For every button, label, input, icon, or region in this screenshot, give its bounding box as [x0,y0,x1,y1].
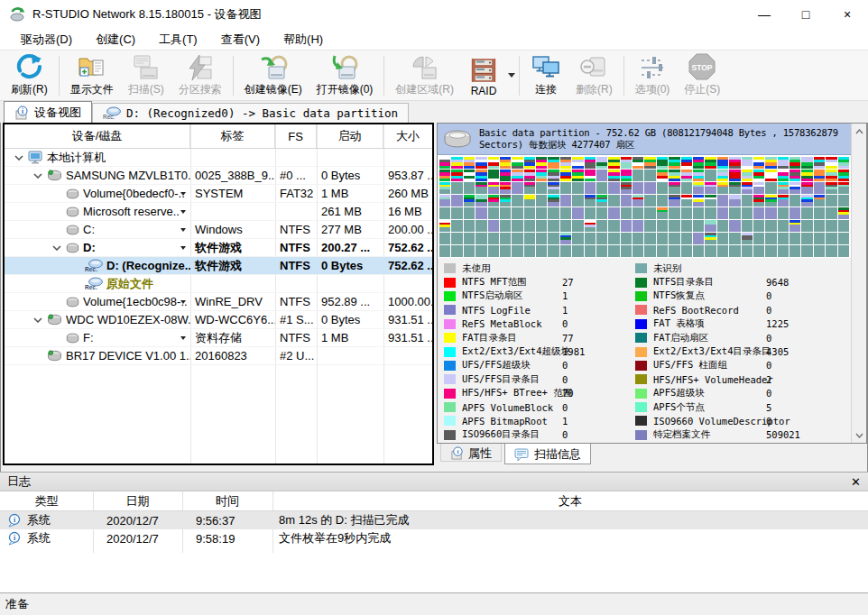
legend-label: NTFS启动扇区 [462,289,522,302]
menu-help[interactable]: 帮助(H) [272,32,335,48]
table-row[interactable]: C:WindowsNTFS277 MB200.00 ... [5,221,432,239]
table-row[interactable]: Volume{0bedecf0-..SYSTEMFAT321 MB260 MB [5,185,432,203]
scroll-down-icon[interactable] [852,427,866,443]
log-header-time[interactable]: 时间 [182,491,272,511]
table-cell: 1000.00... [383,293,432,311]
raid-dropdown-arrow-icon[interactable] [508,73,515,78]
table-row[interactable]: F:资料存储NTFS1 MB931.51 ... [5,329,432,347]
combo-arrow-icon[interactable] [180,246,186,250]
legend-label: UFS/FFS目录条目 [462,373,540,386]
table-cell: 200.00 ... [383,221,432,239]
legend-label: FAT目录条目 [462,332,517,344]
refresh-button[interactable]: 刷新(R) [4,52,55,99]
view-tab-bar: i 设备视图 Rec. D: (Recognized0) -> Basic da… [0,101,868,123]
info-bubble-icon: i [7,513,22,528]
log-time: 9:56:37 [196,514,235,528]
chevron-down-icon[interactable] [33,173,42,179]
combo-arrow-icon[interactable] [180,210,186,214]
combo-arrow-icon[interactable] [180,300,186,304]
delete-button: 删除(R) [568,52,620,99]
table-cell: 752.62 ... [383,257,432,275]
table-row[interactable]: Rec.D: (Recognize...软件游戏NTFS0 Bytes752.6… [5,257,432,275]
chevron-down-icon[interactable] [14,155,23,161]
table-row[interactable]: D:软件游戏NTFS200.27 ...752.62 ... [5,239,432,257]
table-row[interactable]: 本地计算机 [5,149,432,167]
legend-count: 0 [562,374,568,385]
header-device-disk[interactable]: 设备/磁盘 [5,124,190,148]
legend-label: 未使用 [462,262,491,275]
legend-swatch [444,430,456,440]
table-cell: 0025_388B_9... [190,167,275,185]
toolbar-separator [383,56,384,96]
legend-item: ISO9660 VolumeDescriptor0 [635,414,848,427]
header-fs[interactable]: FS [275,124,317,148]
combo-arrow-icon[interactable] [180,228,186,232]
rec-icon: Rec. [85,259,103,272]
tab-device-view[interactable]: i 设备视图 [4,101,92,123]
open-image-button[interactable]: 打开镜像(0) [309,52,381,99]
minimize-button[interactable]: — [743,0,785,29]
table-cell: WD-WCC6Y6... [190,311,275,329]
legend-count: 0 [562,429,568,440]
legend-label: NTFS LogFile [462,305,531,316]
table-row[interactable]: SAMSUNG MZVLB1T0...0025_388B_9...#0 ...0… [5,167,432,185]
legend-label: Ext2/Ext3/Ext4目录条目 [653,345,771,358]
log-header-date[interactable]: 日期 [93,491,182,511]
legend-swatch [444,416,456,426]
header-boot[interactable]: 启动 [317,124,383,148]
legend-swatch [444,319,456,329]
menu-create[interactable]: 创建(C) [84,32,147,48]
combo-arrow-icon[interactable] [180,336,186,340]
legend-count: 0 [766,305,771,316]
log-row[interactable]: i系统2020/12/79:56:378m 12s 的 D: 扫描已完成 [0,511,868,529]
legend-label: ISO9660目录条目 [462,428,540,441]
legend-item: FAT 表格项1225 [635,317,848,331]
scrollbar[interactable] [851,124,866,443]
table-cell: 931.51 ... [383,329,432,347]
log-row[interactable]: i系统2020/12/79:58:19文件枚举在9秒内完成 [0,529,868,547]
legend-swatch [444,361,456,371]
raid-button[interactable]: RAID [461,52,506,99]
log-time: 9:58:19 [196,532,235,546]
show-files-button[interactable]: 显示文件 [63,52,121,99]
table-cell: 资料存储 [190,329,275,347]
chevron-down-icon[interactable] [33,317,42,323]
tab-properties[interactable]: i 属性 [440,444,502,462]
tab-recognized-partition[interactable]: Rec. D: (Recognized0) -> Basic data part… [92,103,409,123]
table-cell: NTFS [275,293,317,311]
menu-drive[interactable]: 驱动器(D) [9,32,84,48]
log-header-type[interactable]: 类型 [0,491,93,511]
close-button[interactable]: × [826,0,868,29]
log-close-icon[interactable]: ✕ [851,473,861,491]
chevron-down-icon[interactable] [52,245,61,251]
legend-count: 70 [562,388,574,399]
table-row[interactable]: Volume{1ecb0c98-..WinRE_DRVNTFS952.89 ..… [5,293,432,311]
table-cell: 软件游戏 [190,239,275,257]
info-doc-icon: i [450,446,464,460]
scan-button: 扫描(S) [121,52,171,99]
table-cell: NTFS [275,239,317,257]
table-row[interactable]: WDC WD10EZEX-08W...WD-WCC6Y6...#1 S...0 … [5,311,432,329]
table-row[interactable]: Rec.原始文件 [5,275,432,293]
menu-tools[interactable]: 工具(T) [147,32,209,48]
table-row[interactable]: BR17 DEVICE V1.00 1....20160823#2 U... [5,347,432,365]
table-row[interactable]: Microsoft reserve..261 MB16 MB [5,203,432,221]
maximize-button[interactable]: □ [785,0,826,29]
options-button: 选项(0) [628,52,678,99]
table-cell: #1 S... [275,311,317,329]
log-header-text[interactable]: 文本 [272,491,868,511]
tab-scan-information[interactable]: 扫描信息 [504,444,591,464]
stop-sign-icon: STOP [688,52,716,81]
combo-arrow-icon[interactable] [180,192,186,196]
connect-button[interactable]: 连接 [523,52,568,99]
header-size[interactable]: 大小 [383,124,432,148]
svg-text:Rec.: Rec. [85,266,97,272]
header-label[interactable]: 标签 [190,124,275,148]
legend-item: ISO9660目录条目0 [444,428,629,442]
scroll-up-icon[interactable] [852,124,866,139]
legend-label: APFS个节点 [653,401,705,414]
raid-icon [468,57,499,84]
create-image-button[interactable]: 创建镜像(E) [237,52,309,99]
menu-view[interactable]: 查看(V) [209,32,272,48]
toolbar-separator [623,56,624,96]
